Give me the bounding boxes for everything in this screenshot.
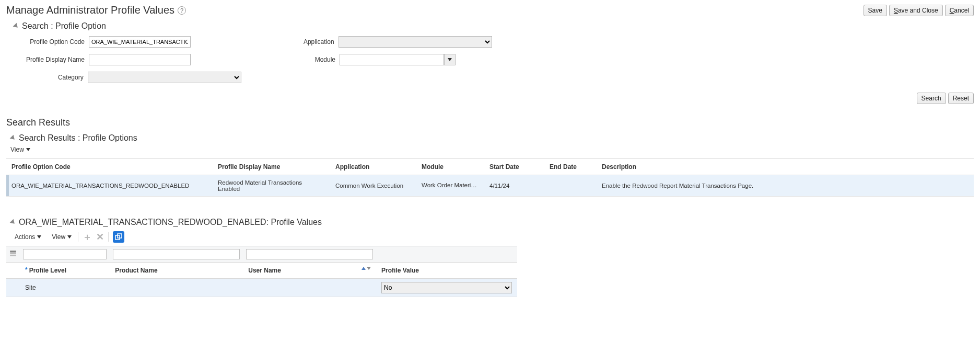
actions-menu[interactable]: Actions [15, 233, 41, 241]
sort-asc-icon[interactable] [361, 267, 366, 270]
chevron-down-icon [448, 58, 452, 61]
help-icon[interactable]: ? [178, 6, 186, 15]
view-menu[interactable]: View [10, 146, 30, 153]
input-profile-option-code[interactable] [89, 36, 191, 48]
col-start-date[interactable]: Start Date [484, 159, 544, 175]
cell-module: Work Order Material Tr… [416, 175, 484, 197]
values-section-title: ORA_WIE_MATERIAL_TRANSACTIONS_REDWOOD_EN… [19, 218, 322, 227]
results-table: Profile Option Code Profile Display Name… [6, 158, 974, 197]
disclosure-icon [10, 219, 17, 226]
reset-button[interactable]: Reset [948, 93, 974, 104]
svg-rect-2 [10, 251, 16, 253]
cell-app: Common Work Execution [330, 175, 416, 197]
label-profile-option-code: Profile Option Code [22, 38, 85, 46]
filter-user-name[interactable] [246, 249, 373, 259]
col-application[interactable]: Application [330, 159, 416, 175]
label-application: Application [273, 38, 334, 46]
cell-desc: Enable the Redwood Report Material Trans… [597, 175, 974, 197]
col-profile-option-code[interactable]: Profile Option Code [6, 159, 213, 175]
qbe-toggle[interactable] [6, 246, 20, 263]
input-profile-display-name[interactable] [89, 54, 191, 65]
select-profile-value[interactable]: No [381, 282, 512, 293]
results-section-title: Search Results : Profile Options [19, 133, 137, 143]
svg-rect-4 [10, 255, 16, 256]
cell-start-date: 4/11/24 [484, 175, 544, 197]
label-module: Module [273, 56, 335, 63]
chevron-down-icon [37, 235, 41, 239]
chevron-down-icon [26, 148, 30, 151]
delete-icon[interactable]: ✕ [96, 231, 104, 243]
view-menu-values[interactable]: View [52, 233, 72, 241]
page-title: Manage Administrator Profile Values ? [6, 4, 186, 16]
add-icon[interactable]: ＋ [83, 231, 92, 243]
save-button[interactable]: Save [864, 5, 887, 16]
filter-profile-value [376, 246, 517, 263]
filter-profile-level[interactable] [23, 249, 107, 259]
col-user-name[interactable]: User Name [243, 263, 376, 279]
table-row[interactable]: Site No [6, 279, 517, 297]
cell-profile-value: No [376, 279, 517, 297]
sort-desc-icon[interactable] [367, 267, 371, 270]
col-profile-value[interactable]: Profile Value [376, 263, 517, 279]
results-section-header[interactable]: Search Results : Profile Options [8, 133, 974, 143]
search-button[interactable]: Search [917, 93, 946, 104]
col-profile-display-name[interactable]: Profile Display Name [213, 159, 330, 175]
input-module[interactable] [340, 54, 444, 65]
svg-rect-3 [10, 253, 16, 254]
cell-profile-level: Site [20, 279, 110, 297]
disclosure-icon [13, 23, 20, 30]
search-results-heading: Search Results [6, 117, 974, 128]
col-description[interactable]: Description [597, 159, 974, 175]
col-module[interactable]: Module [416, 159, 484, 175]
cell-product-name [110, 279, 243, 297]
cell-display: Redwood Material Transactions Enabled [213, 175, 330, 197]
select-application[interactable] [339, 36, 492, 48]
cell-user-name [243, 279, 376, 297]
select-category[interactable] [88, 72, 241, 83]
page-title-text: Manage Administrator Profile Values [6, 4, 174, 16]
cell-end-date [544, 175, 597, 197]
cancel-button[interactable]: Cancel [945, 5, 974, 16]
detach-icon[interactable] [113, 231, 124, 243]
search-section-header[interactable]: Search : Profile Option [11, 21, 974, 31]
label-category: Category [22, 74, 84, 81]
col-end-date[interactable]: End Date [544, 159, 597, 175]
cell-code: ORA_WIE_MATERIAL_TRANSACTIONS_REDWOOD_EN… [6, 175, 213, 197]
search-section-title: Search : Profile Option [22, 21, 106, 31]
values-section-header[interactable]: ORA_WIE_MATERIAL_TRANSACTIONS_REDWOOD_EN… [8, 218, 974, 227]
col-product-name[interactable]: Product Name [110, 263, 243, 279]
filter-product-name[interactable] [113, 249, 240, 259]
table-row[interactable]: ORA_WIE_MATERIAL_TRANSACTIONS_REDWOOD_EN… [6, 175, 974, 197]
module-dropdown-button[interactable] [444, 54, 456, 65]
save-close-button[interactable]: Save and Close [889, 5, 943, 16]
chevron-down-icon [67, 235, 72, 239]
label-profile-display-name: Profile Display Name [22, 56, 85, 63]
col-profile-level[interactable]: *Profile Level [20, 263, 110, 279]
disclosure-icon [10, 135, 17, 142]
profile-values-table: *Profile Level Product Name User Name Pr… [6, 246, 517, 297]
header-buttons: Save Save and Close Cancel [864, 5, 974, 16]
